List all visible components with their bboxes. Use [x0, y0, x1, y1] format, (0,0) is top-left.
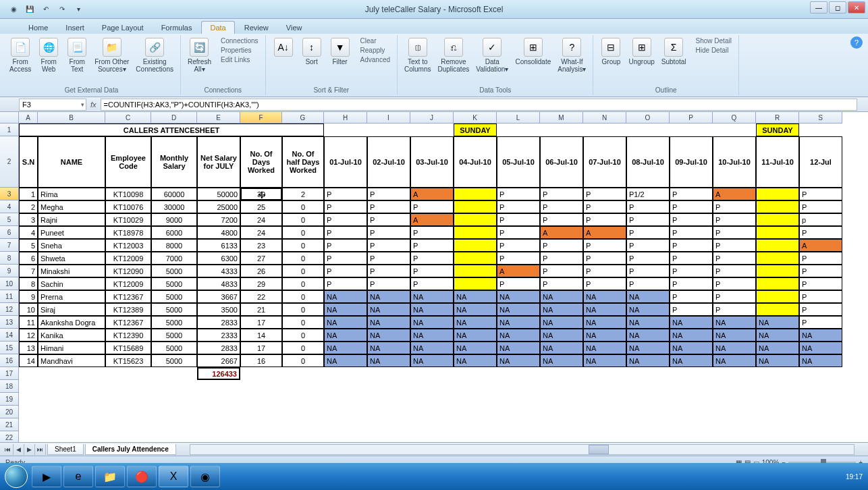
- ribbon-consolidate-button[interactable]: ⊞Consolidate: [512, 36, 553, 74]
- cell[interactable]: P: [626, 239, 670, 252]
- cell[interactable]: NA: [367, 329, 410, 342]
- cell[interactable]: 0: [282, 200, 324, 213]
- taskbar-ie-icon[interactable]: e: [63, 466, 93, 487]
- cell[interactable]: NA: [324, 316, 367, 329]
- cell[interactable]: A: [410, 188, 454, 200]
- cell[interactable]: P: [367, 213, 410, 226]
- cell[interactable]: P: [626, 226, 670, 239]
- row-header-6[interactable]: 6: [0, 226, 19, 239]
- cell[interactable]: NA: [497, 329, 540, 342]
- cell[interactable]: Monthly Salary: [151, 136, 197, 188]
- cell[interactable]: P: [540, 239, 583, 252]
- row-header-14[interactable]: 14: [0, 329, 19, 342]
- cell[interactable]: 0: [282, 277, 324, 290]
- cell[interactable]: NA: [540, 316, 583, 329]
- cell[interactable]: P: [713, 200, 756, 213]
- cell[interactable]: NA: [497, 354, 540, 367]
- col-header-H[interactable]: H: [324, 112, 367, 124]
- cell[interactable]: P: [713, 265, 756, 277]
- cell[interactable]: P: [367, 239, 410, 252]
- cell[interactable]: P: [324, 213, 367, 226]
- cell[interactable]: [756, 277, 799, 290]
- spreadsheet-grid[interactable]: ABCDEFGHIJKLMNOPQRS 12345678910111213141…: [0, 112, 868, 442]
- cell[interactable]: 22: [240, 290, 282, 303]
- ribbon-remove-duplicates-button[interactable]: ⎌RemoveDuplicates: [435, 36, 472, 74]
- cell[interactable]: [756, 303, 799, 316]
- ribbon-from-text-button[interactable]: 📃FromText: [63, 36, 90, 74]
- tab-review[interactable]: Review: [236, 22, 277, 34]
- cell[interactable]: KT15623: [105, 354, 151, 367]
- cell[interactable]: 0: [282, 303, 324, 316]
- cell[interactable]: P: [670, 277, 713, 290]
- cell[interactable]: NA: [713, 329, 756, 342]
- cell[interactable]: NA: [324, 342, 367, 354]
- cell[interactable]: 1: [19, 188, 38, 200]
- cell[interactable]: P: [540, 252, 583, 265]
- cell[interactable]: 5000: [151, 290, 197, 303]
- cell[interactable]: P: [670, 265, 713, 277]
- row-header-13[interactable]: 13: [0, 316, 19, 329]
- cell[interactable]: NA: [454, 354, 497, 367]
- cell[interactable]: P: [410, 277, 454, 290]
- cell[interactable]: NA: [626, 316, 670, 329]
- taskbar-app-icon[interactable]: 🔴: [127, 466, 157, 487]
- cell[interactable]: p: [799, 213, 842, 226]
- cell[interactable]: 0: [282, 265, 324, 277]
- cell[interactable]: P: [670, 303, 713, 316]
- cell[interactable]: A: [410, 213, 454, 226]
- ribbon-existing-connections-button[interactable]: 🔗ExistingConnections: [133, 36, 176, 74]
- cell[interactable]: NA: [799, 354, 842, 367]
- cell[interactable]: P: [583, 252, 626, 265]
- cell[interactable]: 29: [240, 277, 282, 290]
- cell[interactable]: P: [626, 200, 670, 213]
- cell[interactable]: NA: [324, 290, 367, 303]
- cell[interactable]: NA: [626, 354, 670, 367]
- tab-data[interactable]: Data: [201, 21, 234, 34]
- row-header-1[interactable]: 1: [0, 124, 19, 136]
- ribbon-text-to-columns-button[interactable]: ⎅Text toColumns: [402, 36, 433, 74]
- cell[interactable]: P: [799, 277, 842, 290]
- close-button[interactable]: ✕: [848, 1, 865, 13]
- col-header-R[interactable]: R: [756, 112, 799, 124]
- cell[interactable]: P: [410, 265, 454, 277]
- cell[interactable]: KT15689: [105, 342, 151, 354]
- cell[interactable]: P: [367, 265, 410, 277]
- row-header-21[interactable]: 21: [0, 418, 19, 431]
- cell[interactable]: P: [497, 213, 540, 226]
- cell[interactable]: P: [713, 277, 756, 290]
- taskbar-media-icon[interactable]: ▶: [32, 466, 61, 487]
- cell[interactable]: NA: [670, 342, 713, 354]
- cell[interactable]: P: [799, 316, 842, 329]
- cell[interactable]: 0: [282, 354, 324, 367]
- cell[interactable]: 25000: [197, 200, 240, 213]
- sheet-nav-prev[interactable]: ◀: [13, 444, 24, 455]
- cell[interactable]: 4333: [197, 265, 240, 277]
- cell[interactable]: P: [670, 226, 713, 239]
- cell[interactable]: P: [713, 303, 756, 316]
- fx-icon[interactable]: fx: [90, 101, 97, 109]
- cell[interactable]: 5000: [151, 265, 197, 277]
- cell[interactable]: NA: [670, 329, 713, 342]
- cell[interactable]: 2333: [197, 329, 240, 342]
- cell[interactable]: P: [713, 239, 756, 252]
- row-header-16[interactable]: 16: [0, 354, 19, 367]
- cell[interactable]: NA: [626, 342, 670, 354]
- ribbon-ungroup-button[interactable]: ⊞Ungroup: [626, 36, 657, 67]
- taskbar-chrome-icon[interactable]: ◉: [190, 466, 220, 487]
- col-header-N[interactable]: N: [583, 112, 626, 124]
- cell[interactable]: 2: [19, 200, 38, 213]
- col-header-J[interactable]: J: [410, 112, 454, 124]
- cell[interactable]: 3667: [197, 290, 240, 303]
- cell[interactable]: 14: [19, 354, 38, 367]
- start-button[interactable]: [3, 463, 30, 490]
- cell[interactable]: KT12367: [105, 290, 151, 303]
- cell[interactable]: A: [497, 265, 540, 277]
- cell[interactable]: P: [367, 252, 410, 265]
- cell[interactable]: [454, 277, 497, 290]
- cell[interactable]: P: [367, 277, 410, 290]
- row-header-10[interactable]: 10: [0, 277, 19, 290]
- cell[interactable]: P: [540, 213, 583, 226]
- sheet-tab-callers-july-attendence[interactable]: Callers July Attendence: [85, 444, 176, 455]
- cell[interactable]: No. Of half Days Worked: [282, 136, 324, 188]
- ribbon-properties[interactable]: Properties: [218, 46, 261, 55]
